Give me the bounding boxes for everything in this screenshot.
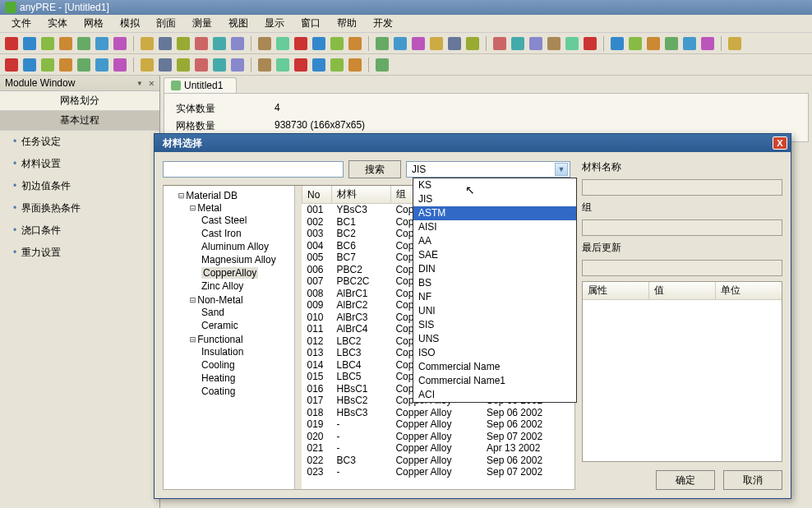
toolbar-button[interactable] xyxy=(464,35,481,52)
ok-button[interactable]: 确定 xyxy=(656,470,715,490)
module-item[interactable]: 重力设置 xyxy=(0,242,159,264)
toolbar-button[interactable] xyxy=(428,35,445,52)
dropdown-option[interactable]: AA xyxy=(413,234,576,248)
module-item[interactable]: 材料设置 xyxy=(0,153,159,175)
toolbar-button[interactable] xyxy=(211,57,228,73)
module-tab-basic[interactable]: 基本过程 xyxy=(0,111,159,131)
menu-item[interactable]: 剖面 xyxy=(148,15,184,32)
standard-dropdown[interactable]: KSJISASTMAISIAASAEDINBSNFUNISISUNSISOCom… xyxy=(413,178,577,403)
dropdown-option[interactable]: UNS xyxy=(413,332,576,346)
menu-item[interactable]: 测量 xyxy=(184,15,220,32)
toolbar-button[interactable] xyxy=(645,35,662,52)
module-tab-mesh[interactable]: 网格划分 xyxy=(0,91,159,111)
toolbar-button[interactable] xyxy=(112,35,128,52)
tree-item[interactable]: Cast Iron xyxy=(201,227,291,240)
toolbar-button[interactable] xyxy=(58,35,74,52)
toolbar-button[interactable] xyxy=(21,57,38,73)
toolbar-button[interactable] xyxy=(112,57,128,73)
table-row[interactable]: 021-Copper AlloyApr 13 2002 xyxy=(302,442,574,455)
toolbar-button[interactable] xyxy=(347,35,363,52)
toolbar-button[interactable] xyxy=(627,35,644,52)
tree-item[interactable]: Aluminum Alloy xyxy=(201,240,291,253)
toolbar-button[interactable] xyxy=(175,35,191,52)
toolbar-button[interactable] xyxy=(39,35,56,52)
toolbar-button[interactable] xyxy=(39,57,56,73)
toolbar-button[interactable] xyxy=(76,35,92,52)
toolbar-button[interactable] xyxy=(329,57,345,73)
toolbar-button[interactable] xyxy=(193,57,210,73)
toolbar-button[interactable] xyxy=(76,57,92,73)
toolbar-button[interactable] xyxy=(94,35,110,52)
toolbar-button[interactable] xyxy=(329,35,345,52)
toolbar-button[interactable] xyxy=(663,35,680,52)
dropdown-option[interactable]: Commercial Name xyxy=(413,360,576,374)
toolbar-button[interactable] xyxy=(157,57,173,73)
toolbar-button[interactable] xyxy=(491,35,508,52)
dropdown-option[interactable]: NF xyxy=(413,290,576,304)
toolbar-button[interactable] xyxy=(229,35,246,52)
toolbar-button[interactable] xyxy=(229,57,246,73)
toolbar-button[interactable] xyxy=(211,35,228,52)
tree-item[interactable]: Magnesium Alloy xyxy=(201,253,291,266)
module-item[interactable]: 任务设定 xyxy=(0,131,159,153)
toolbar-button[interactable] xyxy=(58,57,74,73)
tree-item[interactable]: Insulation xyxy=(201,345,291,358)
dropdown-option[interactable]: BS xyxy=(413,276,576,290)
tree-item[interactable]: Cooling xyxy=(201,358,291,372)
toolbar-button[interactable] xyxy=(256,57,273,73)
toolbar-button[interactable] xyxy=(374,35,390,52)
menu-item[interactable]: 窗口 xyxy=(293,15,329,32)
toolbar-button[interactable] xyxy=(374,57,390,73)
search-input[interactable] xyxy=(163,161,344,178)
toolbar-button[interactable] xyxy=(681,35,698,52)
table-header[interactable]: 材料 xyxy=(332,186,391,204)
search-button[interactable]: 搜索 xyxy=(348,160,401,178)
dropdown-option[interactable]: ACI xyxy=(413,388,576,402)
toolbar-button[interactable] xyxy=(510,35,526,52)
toolbar-button[interactable] xyxy=(193,35,210,52)
toolbar-button[interactable] xyxy=(727,35,743,52)
toolbar-button[interactable] xyxy=(3,57,20,73)
dropdown-option[interactable]: AISI xyxy=(413,220,576,234)
toolbar-button[interactable] xyxy=(546,35,562,52)
toolbar-button[interactable] xyxy=(256,35,273,52)
table-row[interactable]: 022BC3Copper AlloySep 06 2002 xyxy=(302,455,574,467)
toolbar-button[interactable] xyxy=(293,57,309,73)
menu-item[interactable]: 模拟 xyxy=(112,15,148,32)
dropdown-option[interactable]: Commercial Name1 xyxy=(413,374,576,388)
menu-item[interactable]: 文件 xyxy=(3,15,39,32)
module-item[interactable]: 界面换热条件 xyxy=(0,197,159,219)
table-row[interactable]: 020-Copper AlloySep 07 2002 xyxy=(302,431,574,443)
table-row[interactable]: 023-Copper AlloySep 07 2002 xyxy=(302,466,574,478)
chevron-down-icon[interactable]: ▼ xyxy=(555,163,568,176)
tree-item[interactable]: Ceramic xyxy=(201,319,291,332)
standard-combo[interactable]: JIS ▼ xyxy=(406,161,570,178)
menu-item[interactable]: 开发 xyxy=(365,15,401,32)
toolbar-button[interactable] xyxy=(528,35,544,52)
table-row[interactable]: 019-Copper AlloySep 06 2002 xyxy=(302,418,574,431)
module-item[interactable]: 浇口条件 xyxy=(0,219,159,242)
material-tree[interactable]: ⊟Material DB ⊟Metal Cast SteelCast IronA… xyxy=(164,186,295,489)
menu-item[interactable]: 显示 xyxy=(256,15,293,32)
close-icon[interactable]: X xyxy=(773,136,787,150)
dialog-title-bar[interactable]: 材料选择 X xyxy=(155,134,791,152)
tree-item[interactable]: Heating xyxy=(201,372,291,385)
toolbar-button[interactable] xyxy=(311,57,327,73)
toolbar-button[interactable] xyxy=(392,35,408,52)
toolbar-button[interactable] xyxy=(446,35,463,52)
toolbar-button[interactable] xyxy=(293,35,309,52)
toolbar-button[interactable] xyxy=(311,35,327,52)
menu-item[interactable]: 网格 xyxy=(76,15,112,32)
tree-item[interactable]: Zinc Alloy xyxy=(201,279,291,293)
toolbar-button[interactable] xyxy=(21,35,38,52)
tree-item[interactable]: Sand xyxy=(201,306,291,319)
dropdown-option[interactable]: KS xyxy=(413,178,576,192)
toolbar-button[interactable] xyxy=(699,35,716,52)
dropdown-option[interactable]: ASTM xyxy=(413,206,576,220)
toolbar-button[interactable] xyxy=(3,35,20,52)
menu-item[interactable]: 帮助 xyxy=(329,15,365,32)
dropdown-option[interactable]: SAE xyxy=(413,248,576,262)
toolbar-button[interactable] xyxy=(609,35,625,52)
toolbar-button[interactable] xyxy=(410,35,427,52)
toolbar-button[interactable] xyxy=(347,57,363,73)
